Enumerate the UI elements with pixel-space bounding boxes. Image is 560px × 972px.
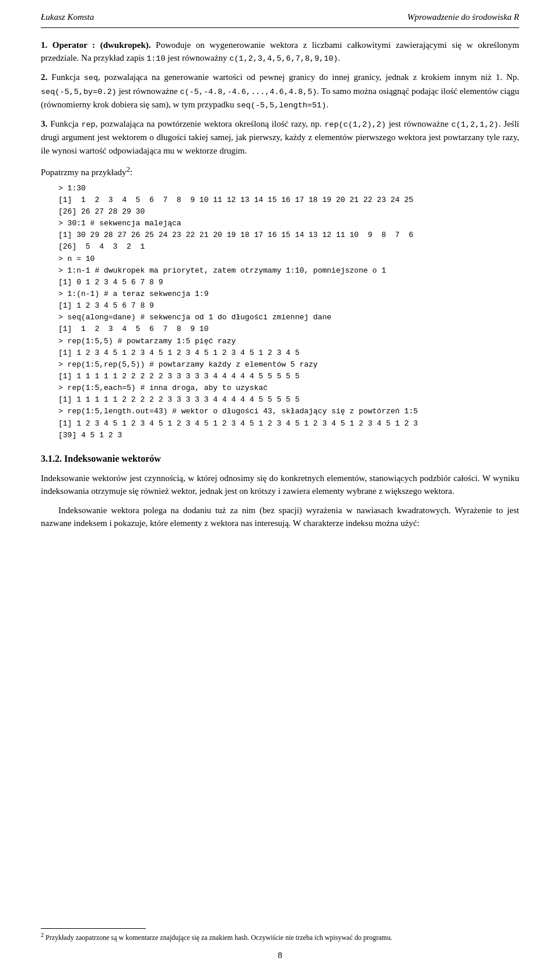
- footnote-content: Przykłady zaopatrzone są w komentarze zn…: [46, 933, 392, 942]
- code-line-20: > rep(1:5,length.out=43) # wektor o dług…: [58, 406, 519, 417]
- code-line-12: > seq(along=dane) # sekwencja od 1 do dł…: [58, 312, 519, 323]
- p3-code1: rep: [81, 120, 95, 129]
- section312-p2: Indeksowanie wektora polega na dodaniu t…: [41, 504, 519, 530]
- code-line-7: > n = 10: [58, 253, 519, 265]
- page: Łukasz Komsta Wprowadzenie do środowiska…: [0, 0, 560, 972]
- rep-paragraph: 3. Funkcja rep, pozwalająca na powtórzen…: [41, 117, 519, 157]
- code-line-10: > 1:(n-1) # a teraz sekwencja 1:9: [58, 288, 519, 300]
- seq-paragraph: 2. Funkcja seq, pozwalająca na generowan…: [41, 71, 519, 112]
- page-header: Łukasz Komsta Wprowadzenie do środowiska…: [41, 0, 519, 28]
- code-line-19: [1] 1 1 1 1 1 2 2 2 2 2 3 3 3 3 3 4 4 4 …: [58, 394, 519, 406]
- footnote-ref: 2: [127, 165, 130, 173]
- code-examples: > 1:30 [1] 1 2 3 4 5 6 7 8 9 10 11 12 13…: [58, 183, 519, 441]
- p2-text: Funkcja seq, pozwalająca na generowanie …: [41, 72, 519, 109]
- code-line-13: [1] 1 2 3 4 5 6 7 8 9 10: [58, 323, 519, 335]
- code-line-15: [1] 1 2 3 4 5 1 2 3 4 5 1 2 3 4 5 1 2 3 …: [58, 347, 519, 359]
- p3-num: 3.: [41, 119, 47, 128]
- p1-code2: c(1,2,3,4,5,6,7,8,9,10): [229, 54, 338, 63]
- code-line-18: > rep(1:5,each=5) # inna droga, aby to u…: [58, 382, 519, 394]
- code-line-9: [1] 0 1 2 3 4 5 6 7 8 9: [58, 277, 519, 288]
- p3-code3: c(1,2,1,2): [452, 120, 499, 129]
- footnote-number: 2: [41, 932, 44, 938]
- footnote-text: 2 Przykłady zaopatrzone są w komentarze …: [41, 931, 519, 943]
- code-line-14: > rep(1:5,5) # powtarzamy 1:5 pięć razy: [58, 336, 519, 347]
- code-line-5: [1] 30 29 28 27 26 25 24 23 22 21 20 19 …: [58, 229, 519, 241]
- operator-paragraph: 1. Operator : (dwukropek). Powoduje on w…: [41, 39, 519, 65]
- p1-code1: 1:10: [146, 54, 165, 63]
- code-line-3: [26] 26 27 28 29 30: [58, 206, 519, 218]
- page-content: 1. Operator : (dwukropek). Powoduje on w…: [41, 39, 519, 571]
- code-line-17: [1] 1 1 1 1 1 2 2 2 2 2 3 3 3 3 3 4 4 4 …: [58, 371, 519, 382]
- p2-code4: seq(-5,5,length=51): [236, 101, 326, 110]
- code-line-11: [1] 1 2 3 4 5 6 7 8 9: [58, 300, 519, 312]
- code-line-2: [1] 1 2 3 4 5 6 7 8 9 10 11 12 13 14 15 …: [58, 194, 519, 206]
- footnote-separator: [41, 928, 146, 929]
- section312-heading: 3.1.2. Indeksowanie wektorów: [41, 452, 519, 466]
- p2-code3: c(-5,-4.8,-4.6,...,4.6,4.8,5): [180, 88, 317, 96]
- code-line-1: > 1:30: [58, 183, 519, 194]
- header-author: Łukasz Komsta: [41, 11, 94, 24]
- p2-code2: seq(-5,5,by=0.2): [41, 88, 117, 96]
- p3-code2: rep(c(1,2),2): [324, 120, 386, 129]
- section312-p1: Indeksowanie wektorów jest czynnością, w…: [41, 472, 519, 498]
- code-line-21: [1] 1 2 3 4 5 1 2 3 4 5 1 2 3 4 5 1 2 3 …: [58, 418, 519, 430]
- page-number: 8: [278, 949, 282, 962]
- example-label: Popatrzmy na przykłady2:: [41, 164, 519, 179]
- code-line-16: > rep(1:5,rep(5,5)) # powtarzamy każdy z…: [58, 359, 519, 371]
- operator-heading-text: 1. Operator : (dwukropek).: [41, 40, 150, 50]
- footnote-area: 2 Przykłady zaopatrzone są w komentarze …: [41, 922, 519, 949]
- p3-text: Funkcja rep, pozwalająca na powtórzenie …: [41, 119, 519, 155]
- p2-code1: seq: [84, 74, 98, 82]
- code-line-22: [39] 4 5 1 2 3: [58, 430, 519, 441]
- section312-p1-text: Indeksowanie wektorów jest czynnością, w…: [41, 473, 519, 496]
- header-title: Wprowadzenie do środowiska R: [407, 11, 519, 24]
- section312-p2-text: Indeksowanie wektora polega na dodaniu t…: [41, 506, 519, 528]
- code-line-6: [26] 5 4 3 2 1: [58, 241, 519, 253]
- code-line-4: > 30:1 # sekwencja malejąca: [58, 218, 519, 229]
- p2-num: 2.: [41, 72, 47, 82]
- example-label-text: Popatrzmy na przykłady2:: [41, 168, 132, 177]
- code-line-8: > 1:n-1 # dwukropek ma priorytet, zatem …: [58, 265, 519, 277]
- section312-heading-text: 3.1.2. Indeksowanie wektorów: [41, 454, 161, 464]
